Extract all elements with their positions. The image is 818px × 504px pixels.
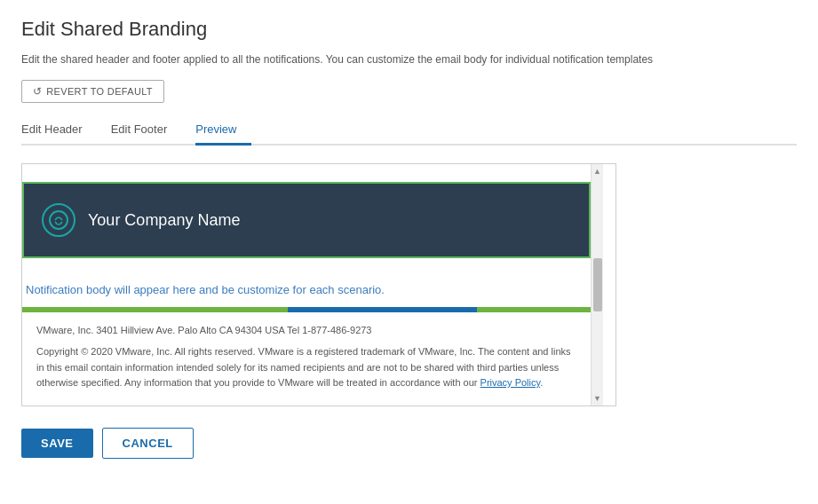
revert-icon: ↺ bbox=[33, 85, 42, 98]
revert-to-default-button[interactable]: ↺ REVERT TO DEFAULT bbox=[21, 80, 164, 103]
save-button[interactable]: SAVE bbox=[21, 429, 93, 458]
color-bar-green2 bbox=[477, 307, 591, 312]
tabs-container: Edit Header Edit Footer Preview bbox=[21, 115, 797, 146]
color-bar-blue bbox=[288, 307, 477, 312]
footer-copyright: Copyright © 2020 VMware, Inc. All rights… bbox=[36, 344, 576, 391]
action-buttons: SAVE CANCEL bbox=[21, 428, 797, 459]
color-bar-green bbox=[22, 307, 288, 312]
svg-point-0 bbox=[50, 211, 68, 229]
footer-area: VMware, Inc. 3401 Hillview Ave. Palo Alt… bbox=[22, 312, 591, 406]
tab-preview[interactable]: Preview bbox=[195, 115, 250, 146]
scrollbar-up-arrow[interactable]: ▲ bbox=[592, 166, 603, 177]
revert-button-label: REVERT TO DEFAULT bbox=[46, 86, 153, 97]
preview-area: Your Company Name bbox=[22, 182, 591, 258]
page-container: Edit Shared Branding Edit the shared hea… bbox=[0, 0, 818, 504]
preview-section: Your Company Name Notification body will… bbox=[21, 163, 797, 406]
footer-address: VMware, Inc. 3401 Hillview Ave. Palo Alt… bbox=[36, 325, 576, 335]
company-logo-icon bbox=[42, 203, 75, 237]
scroll-container: Your Company Name Notification body will… bbox=[21, 163, 616, 406]
color-bar bbox=[22, 307, 591, 312]
logo-svg bbox=[48, 209, 69, 231]
scrollbar-down-arrow[interactable]: ▼ bbox=[592, 393, 603, 404]
page-subtitle: Edit the shared header and footer applie… bbox=[21, 51, 797, 67]
scroll-content: Your Company Name Notification body will… bbox=[22, 164, 591, 406]
notification-body: Notification body will appear here and b… bbox=[22, 283, 591, 296]
scrollbar[interactable]: ▲ ▼ bbox=[591, 164, 603, 406]
privacy-policy-link[interactable]: Privacy Policy bbox=[480, 377, 541, 388]
cancel-button[interactable]: CANCEL bbox=[102, 428, 194, 459]
tab-edit-footer[interactable]: Edit Footer bbox=[111, 115, 182, 146]
tab-edit-header[interactable]: Edit Header bbox=[21, 115, 97, 146]
company-name: Your Company Name bbox=[88, 211, 240, 230]
preview-header: Your Company Name bbox=[24, 184, 589, 256]
page-title: Edit Shared Branding bbox=[21, 18, 797, 41]
scrollbar-thumb[interactable] bbox=[593, 258, 602, 311]
